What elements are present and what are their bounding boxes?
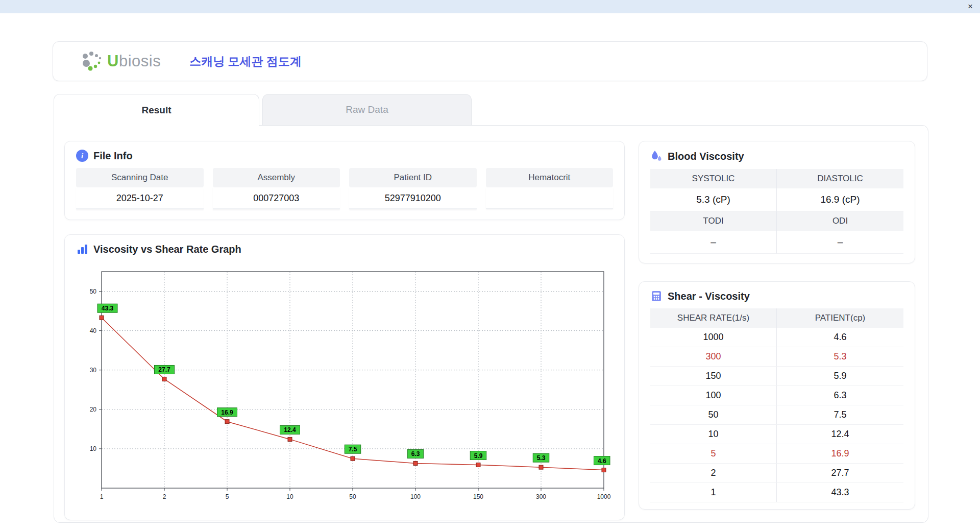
blood-viscosity-header: Blood Viscosity [650, 150, 903, 163]
table-row: 50 7.5 [650, 405, 903, 425]
odi-label: ODI [777, 211, 903, 231]
shear-table-header: SHEAR RATE(1/s) PATIENT(cp) [650, 308, 903, 328]
file-info-title: File Info [93, 150, 133, 162]
file-info-fields: Scanning Date 2025-10-27 Assembly 000727… [76, 168, 613, 209]
column-patient: PATIENT(cp) [777, 308, 903, 328]
patient-cell: 12.4 [777, 425, 903, 444]
header-card: Ubiosis 스캐닝 모세관 점도계 [53, 41, 927, 81]
table-row: 5 16.9 [650, 444, 903, 464]
field-hematocrit: Hematocrit [486, 168, 614, 209]
svg-text:20: 20 [90, 406, 97, 413]
table-row: 300 5.3 [650, 347, 903, 367]
svg-text:5.3: 5.3 [537, 454, 546, 462]
ubiosis-logo: Ubiosis [80, 51, 161, 72]
svg-text:1000: 1000 [597, 493, 611, 500]
patient-cell: 7.5 [777, 405, 903, 424]
tab-raw-data[interactable]: Raw Data [262, 94, 472, 125]
svg-text:12.4: 12.4 [284, 426, 296, 433]
systolic-value: 5.3 (cP) [650, 188, 777, 211]
shear-viscosity-title: Shear - Viscosity [668, 291, 750, 302]
shear-cell: 10 [650, 425, 777, 444]
field-patient-id: Patient ID 52977910200 [349, 168, 477, 209]
bar-chart-icon [76, 243, 88, 255]
svg-text:5: 5 [226, 493, 229, 500]
field-value [486, 187, 614, 209]
svg-text:6.3: 6.3 [411, 450, 420, 457]
svg-text:7.5: 7.5 [349, 446, 357, 453]
patient-cell: 4.6 [777, 328, 903, 347]
shear-viscosity-header: Shear - Viscosity [650, 290, 903, 302]
todi-value: – [650, 231, 777, 254]
odi-value: – [777, 231, 903, 254]
blood-viscosity-card: Blood Viscosity SYSTOLIC DIASTOLIC 5.3 (… [639, 141, 915, 263]
app-title: 스캐닝 모세관 점도계 [189, 54, 302, 69]
svg-text:50: 50 [349, 493, 356, 500]
file-info-card: i File Info Scanning Date 2025-10-27 Ass… [64, 141, 625, 220]
calculator-icon [650, 290, 663, 302]
field-value: 52977910200 [349, 187, 477, 209]
tab-result-label: Result [141, 105, 171, 116]
patient-cell: 43.3 [777, 483, 903, 502]
svg-text:16.9: 16.9 [221, 409, 233, 416]
shear-cell: 1 [650, 483, 777, 502]
table-row: 2 27.7 [650, 464, 903, 483]
svg-text:43.3: 43.3 [102, 305, 114, 312]
app-window: Ubiosis 스캐닝 모세관 점도계 Result Raw Data i Fi… [0, 14, 980, 531]
shear-cell: 150 [650, 367, 777, 385]
patient-cell: 5.9 [777, 367, 903, 385]
svg-text:30: 30 [90, 367, 97, 374]
svg-text:27.7: 27.7 [158, 366, 170, 373]
diastolic-label: DIASTOLIC [777, 169, 903, 188]
svg-text:40: 40 [90, 327, 97, 334]
patient-cell: 5.3 [777, 347, 903, 366]
shear-cell: 5 [650, 444, 777, 463]
shear-cell: 100 [650, 386, 777, 405]
shear-cell: 1000 [650, 328, 777, 347]
diastolic-value: 16.9 (cP) [777, 188, 903, 211]
svg-text:1: 1 [100, 493, 104, 500]
field-scanning-date: Scanning Date 2025-10-27 [76, 168, 204, 209]
graph-title: Viscosity vs Shear Rate Graph [93, 244, 241, 255]
viscosity-chart: 12510501001503001000102030405043.327.716… [76, 261, 614, 505]
graph-card: Viscosity vs Shear Rate Graph 1251050100… [64, 234, 625, 520]
logo-text-rest: biosis [119, 52, 161, 70]
file-info-header: i File Info [76, 150, 613, 162]
field-value: 000727003 [213, 187, 340, 209]
table-row: 10 12.4 [650, 425, 903, 444]
table-row: 1000 4.6 [650, 328, 903, 347]
field-value: 2025-10-27 [76, 187, 204, 209]
tab-result[interactable]: Result [54, 94, 259, 126]
svg-text:50: 50 [90, 288, 97, 295]
svg-text:10: 10 [286, 493, 293, 500]
shear-cell: 300 [650, 347, 777, 366]
logo-dots-icon [80, 51, 104, 72]
logo-text: Ubiosis [107, 52, 161, 70]
field-assembly: Assembly 000727003 [213, 168, 340, 209]
shear-viscosity-card: Shear - Viscosity SHEAR RATE(1/s) PATIEN… [639, 281, 915, 510]
svg-text:150: 150 [473, 493, 483, 500]
shear-table-body: 1000 4.6 300 5.3 150 5.9 100 6.3 50 7.5 … [650, 328, 903, 502]
svg-text:4.6: 4.6 [598, 457, 606, 465]
close-icon[interactable]: × [968, 1, 973, 12]
svg-text:2: 2 [163, 493, 166, 500]
window-titlebar: × [0, 0, 980, 13]
column-shear-rate: SHEAR RATE(1/s) [650, 308, 777, 328]
shear-cell: 2 [650, 464, 777, 482]
patient-cell: 16.9 [777, 444, 903, 463]
svg-text:10: 10 [90, 445, 97, 452]
patient-cell: 27.7 [777, 464, 903, 482]
svg-text:5.9: 5.9 [474, 452, 483, 460]
systolic-label: SYSTOLIC [650, 169, 777, 188]
svg-text:300: 300 [536, 493, 546, 500]
graph-header: Viscosity vs Shear Rate Graph [76, 243, 613, 255]
field-label: Patient ID [349, 168, 477, 187]
blood-viscosity-title: Blood Viscosity [668, 151, 744, 162]
shear-cell: 50 [650, 405, 777, 424]
patient-cell: 6.3 [777, 386, 903, 405]
blood-viscosity-grid: SYSTOLIC DIASTOLIC 5.3 (cP) 16.9 (cP) TO… [650, 169, 903, 254]
svg-text:100: 100 [410, 493, 421, 500]
logo-text-u: U [107, 52, 119, 70]
table-row: 150 5.9 [650, 367, 903, 386]
field-label: Scanning Date [76, 168, 204, 187]
table-row: 100 6.3 [650, 386, 903, 405]
